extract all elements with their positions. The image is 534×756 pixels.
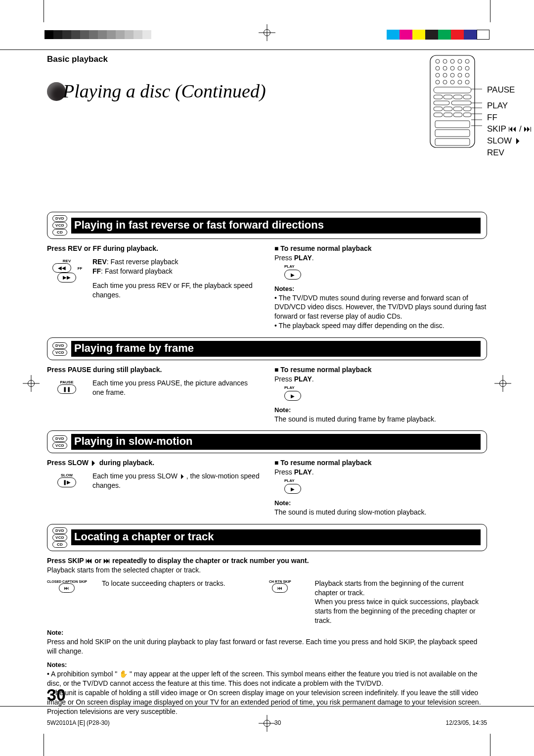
svg-point-7 (443, 66, 447, 70)
svg-rect-28 (434, 107, 443, 111)
disc-badges: DVD VCD CD (52, 527, 67, 548)
note-item: The playback speed may differ depending … (274, 321, 487, 331)
registration-mark-right (497, 378, 508, 389)
skip-fwd-text: To locate succeeding chapters or tracks. (102, 579, 246, 625)
instruction-heading: Press PAUSE during still playback. (47, 365, 260, 375)
svg-point-15 (465, 73, 469, 77)
svg-rect-33 (444, 113, 452, 117)
svg-point-13 (450, 73, 454, 77)
ff-icon: ▶▶ (57, 273, 76, 283)
notes-list: The TV/DVD mutes sound during reverse an… (274, 293, 487, 331)
skip-rev-text: Playback starts from the beginning of th… (314, 579, 487, 625)
section-body: Press SLOW ⏵ during playback. SLOW ❚▶ Ea… (47, 458, 487, 517)
badge-dvd: DVD (52, 527, 67, 534)
svg-point-4 (458, 59, 462, 63)
footer-date: 12/23/05, 14:35 (446, 719, 487, 726)
page-content: Basic playback Playing a disc (Continued… (47, 54, 487, 702)
svg-point-5 (465, 59, 469, 63)
resume-title: To resume normal playback (274, 244, 487, 253)
pause-icon: ❚❚ (57, 384, 76, 394)
note-text: Press and hold SKIP on the unit during p… (47, 637, 487, 656)
badge-dvd: DVD (52, 342, 67, 349)
section-body: Press PAUSE during still playback. PAUSE… (47, 365, 487, 424)
resume-title: To resume normal playback (274, 365, 487, 375)
footer-page: 30 (274, 719, 281, 726)
svg-point-2 (443, 59, 447, 63)
badge-vcd: VCD (52, 534, 67, 541)
play-icon (284, 270, 301, 280)
svg-point-3 (450, 59, 454, 63)
svg-point-10 (465, 66, 469, 70)
remote-svg (423, 54, 482, 148)
note-heading: Note: (274, 406, 487, 415)
svg-rect-21 (434, 87, 471, 93)
badge-vcd: VCD (52, 442, 67, 449)
button-icons: SLOW ❚▶ (47, 472, 87, 490)
svg-point-12 (443, 73, 447, 77)
crop-line (490, 734, 490, 756)
svg-point-20 (465, 80, 469, 84)
section-body: Press SKIP ⏮ or ⏭ repeatedly to display … (47, 556, 487, 656)
instruction-text: REV: Fast reverse playback FF: Fast forw… (92, 257, 260, 300)
resume-body: Press PLAY. (274, 375, 487, 384)
svg-point-11 (436, 73, 440, 77)
crop-line-top (0, 49, 534, 50)
note-item: The TV/DVD mutes sound during reverse an… (274, 293, 487, 322)
button-icons: PAUSE ❚❚ (47, 378, 87, 397)
section-title: Playing in slow-motion (71, 434, 481, 450)
density-bars (44, 30, 151, 39)
svg-point-6 (436, 66, 440, 70)
footer-doc-id: 5W20101A [E] (P28-30) (47, 719, 110, 726)
svg-point-18 (450, 80, 454, 84)
badge-vcd: VCD (52, 222, 67, 229)
disc-badges: DVD VCD CD (52, 215, 67, 236)
section-fast-rev-fwd: DVD VCD CD Playing in fast reverse or fa… (47, 212, 487, 239)
badge-cd: CD (52, 229, 67, 236)
svg-rect-31 (463, 107, 471, 111)
resume-title: To resume normal playback (274, 458, 487, 468)
crop-line (490, 0, 490, 22)
section-body: Press REV or FF during playback. REV ◀◀ … (47, 244, 487, 331)
svg-rect-0 (430, 55, 475, 147)
svg-rect-34 (453, 113, 462, 117)
section-title: Locating a chapter or track (71, 529, 481, 545)
svg-rect-22 (434, 95, 443, 99)
section-slow-motion: DVD VCD Playing in slow-motion (47, 430, 487, 453)
note-item: The unit is capable of holding a still v… (47, 688, 487, 716)
section-frame-by-frame: DVD VCD Playing frame by frame (47, 337, 487, 360)
instruction-heading: Press SLOW ⏵ during playback. (47, 458, 260, 468)
crop-line (44, 734, 44, 756)
svg-rect-36 (435, 121, 470, 128)
svg-rect-30 (453, 107, 462, 111)
svg-rect-29 (444, 107, 452, 111)
note-heading: Note: (47, 628, 487, 637)
remote-labels: PAUSE PLAY FF SKIP ⏮ / ⏭ SLOW ⏵ REV (487, 84, 532, 159)
note-item: A prohibition symbol " ✋ " may appear at… (47, 669, 487, 688)
note-text: The sound is muted during frame by frame… (274, 415, 487, 424)
breadcrumb: Basic playback (47, 54, 487, 64)
play-icon (284, 391, 301, 401)
remote-diagram: PAUSE PLAY FF SKIP ⏮ / ⏭ SLOW ⏵ REV (423, 54, 482, 150)
remote-label: SLOW ⏵ (487, 135, 532, 147)
svg-rect-24 (453, 95, 462, 99)
remote-label: REV (487, 147, 532, 159)
svg-point-9 (458, 66, 462, 70)
color-bar (387, 30, 490, 40)
notes-heading: Notes: (47, 661, 487, 669)
svg-rect-35 (463, 113, 471, 117)
section-title: Playing in fast reverse or fast forward … (71, 218, 481, 234)
crop-line (44, 0, 44, 22)
svg-rect-32 (434, 113, 443, 117)
play-icon (284, 484, 301, 494)
note-heading: Note: (274, 499, 487, 508)
remote-label: SKIP ⏮ / ⏭ (487, 123, 532, 135)
svg-rect-38 (435, 139, 470, 145)
svg-point-8 (450, 66, 454, 70)
svg-rect-27 (451, 101, 471, 105)
registration-mark-top (262, 27, 272, 38)
title-row: Playing a disc (Continued) (47, 71, 487, 111)
remote-label: PLAY (487, 100, 532, 112)
resume-body: Press PLAY. (274, 468, 487, 477)
instruction-text: Each time you press PAUSE, the picture a… (92, 378, 260, 397)
locate-instruction: Press SKIP ⏮ or ⏭ repeatedly to display … (47, 556, 487, 566)
